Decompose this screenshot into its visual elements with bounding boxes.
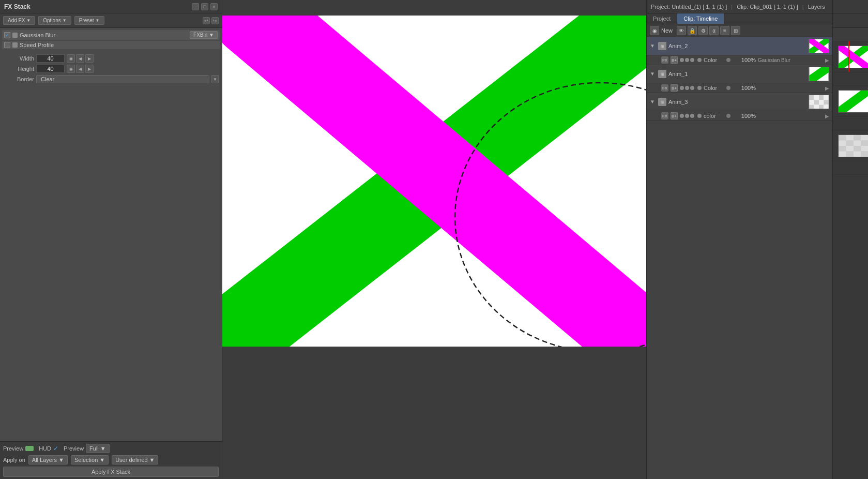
height-eye-button[interactable]: ◉ — [67, 65, 75, 73]
panel-close-button[interactable]: × — [210, 3, 218, 10]
bottom-row1: Preview HUD ✓ Preview Full ▼ — [3, 444, 219, 453]
anim1-type-icon: ⊞ — [658, 70, 666, 78]
options-button[interactable]: Options ▼ — [38, 16, 71, 25]
preview-full-arrow-icon: ▼ — [100, 445, 106, 452]
anim1-blend-icon1[interactable]: B+ — [671, 84, 678, 92]
timeline-subtrack-anim1 — [833, 117, 868, 130]
fx-stack-panel: FX Stack – □ × Add FX ▼ Options ▼ Preset… — [0, 0, 222, 479]
anim1-toggle-icon[interactable]: ▼ — [650, 71, 656, 77]
panel-minimize-button[interactable]: – — [192, 3, 199, 10]
svg-rect-9 — [809, 95, 814, 100]
layer-option3-button[interactable]: ⊞ — [731, 26, 740, 35]
anim3-blend-icon1[interactable]: B+ — [671, 112, 678, 119]
anim2-blend-dot — [726, 58, 730, 62]
anim3-toggle-icon[interactable]: ▼ — [650, 99, 656, 105]
width-param-row: Width ◉ ◀ ▶ — [3, 54, 219, 63]
height-input[interactable] — [36, 65, 65, 73]
canvas-area — [222, 0, 646, 479]
svg-rect-37 — [854, 146, 861, 152]
svg-rect-36 — [846, 146, 853, 152]
anim2-sub-arrow-icon: ▶ — [825, 57, 829, 63]
anim2-toggle-icon[interactable]: ▼ — [650, 43, 656, 49]
panel-header-controls: – □ × — [192, 3, 218, 10]
anim3-dot3 — [690, 114, 694, 118]
fx-list: Gaussian Blur FXBin ▼ Speed Profile — [0, 28, 222, 52]
layer-row-anim3[interactable]: ▼ ⊞ Anim_3 — [647, 93, 832, 111]
clip-info-label: Clip: Clip_001 [ 1, 1 (1) ] — [737, 4, 798, 10]
anim3-dots — [680, 114, 694, 118]
width-input[interactable] — [36, 54, 65, 63]
apply-on-arrow-icon: ▼ — [58, 457, 64, 463]
project-info-label: Project: Untitled_(1) [ 1, 1 (1) ] — [651, 4, 727, 10]
hud-item: HUD ✓ — [39, 445, 58, 452]
width-eye-button[interactable]: ◉ — [67, 54, 75, 63]
svg-rect-15 — [819, 100, 824, 104]
layer-option2-button[interactable]: ≡ — [720, 26, 729, 35]
anim3-blend-icons: B+ — [671, 112, 678, 119]
redo-button[interactable]: ↪ — [211, 17, 219, 24]
svg-rect-12 — [824, 95, 828, 100]
layer-option1-button[interactable]: ⚙ — [698, 26, 708, 35]
width-right-button[interactable]: ▶ — [85, 54, 94, 63]
preset-button[interactable]: Preset ▼ — [74, 16, 104, 25]
layer-sub-row-anim2-fx: FX B+ Color 100% Gaussian Blur ▶ — [647, 55, 832, 65]
anim2-blend-icons: B+ — [671, 56, 678, 64]
speed-profile-enable-checkbox[interactable] — [4, 42, 10, 48]
preview-full-select[interactable]: Full ▼ — [86, 444, 110, 453]
gaussian-blur-color-swatch — [12, 33, 18, 38]
svg-rect-40 — [846, 151, 853, 157]
anim1-blend-icons: B+ — [671, 84, 678, 92]
selection-select[interactable]: Selection ▼ — [71, 455, 109, 465]
border-param-row: Border Clear ▼ — [3, 75, 219, 83]
svg-rect-19 — [819, 105, 824, 109]
anim2-blend-info: B+ Color 100% Gaussian Blur — [671, 56, 823, 64]
width-left-button[interactable]: ◀ — [76, 54, 84, 63]
anim1-timeline-thumb — [838, 90, 869, 113]
anim1-name: Anim_1 — [668, 71, 806, 77]
layer-controls: ◉ New 👁 🔒 ⚙ α ≡ ⊞ — [647, 24, 832, 37]
svg-rect-27 — [839, 135, 846, 141]
layer-visibility-button[interactable]: 👁 — [677, 26, 686, 35]
timeline-playhead — [848, 41, 849, 72]
apply-on-all-layers-select[interactable]: All Layers ▼ — [28, 455, 68, 465]
fx-bin-button[interactable]: FXBin ▼ — [190, 31, 218, 39]
svg-rect-42 — [861, 151, 868, 157]
border-label: Border — [3, 76, 34, 82]
right-tabs: Project Clip: Timeline — [647, 13, 832, 24]
gaussian-blur-enable-checkbox[interactable] — [4, 32, 10, 38]
bottom-bar: Preview HUD ✓ Preview Full ▼ Apply on — [0, 441, 222, 479]
right-top-bar: Project: Untitled_(1) [ 1, 1 (1) ] | Cli… — [647, 0, 832, 13]
height-left-button[interactable]: ◀ — [76, 65, 84, 73]
user-defined-select[interactable]: User defined ▼ — [112, 455, 158, 465]
panel-float-button[interactable]: □ — [201, 3, 208, 10]
svg-rect-39 — [839, 151, 846, 157]
layer-lock-button[interactable]: 🔒 — [688, 26, 697, 35]
anim3-blend-percent: 100% — [733, 113, 756, 119]
anim1-thumbnail — [809, 67, 829, 81]
anim1-dot1 — [680, 86, 684, 90]
anim2-blend-icon1[interactable]: B+ — [671, 56, 678, 64]
svg-rect-17 — [809, 105, 814, 109]
add-fx-button[interactable]: Add FX ▼ — [3, 16, 35, 25]
border-dropdown-button[interactable]: ▼ — [211, 75, 219, 83]
layer-row-anim2[interactable]: ▼ ⊞ Anim_2 — [647, 37, 832, 55]
height-label: Height — [3, 66, 34, 72]
hud-label: HUD — [39, 445, 51, 452]
svg-rect-35 — [839, 146, 846, 152]
undo-button[interactable]: ↩ — [203, 17, 210, 24]
height-right-button[interactable]: ▶ — [85, 65, 94, 73]
svg-rect-34 — [861, 140, 868, 146]
toolbar: Add FX ▼ Options ▼ Preset ▼ ↩ ↪ — [0, 13, 222, 28]
tab-project[interactable]: Project — [647, 13, 677, 24]
layer-down-icon: ◉ — [650, 26, 659, 35]
preview-indicator — [25, 446, 34, 451]
layer-alpha-button[interactable]: α — [709, 26, 719, 35]
anim3-blend-dot — [726, 114, 730, 118]
anim2-blend-percent: 100% — [733, 57, 756, 63]
params-area: Width ◉ ◀ ▶ Height ◉ ◀ ▶ Border Cl — [0, 52, 222, 87]
apply-fx-stack-button[interactable]: Apply FX Stack — [3, 467, 219, 477]
svg-rect-31 — [839, 140, 846, 146]
tab-clip-timeline[interactable]: Clip: Timeline — [677, 13, 724, 24]
layer-row-anim1[interactable]: ▼ ⊞ Anim_1 — [647, 65, 832, 83]
timeline-spacer — [833, 175, 868, 479]
